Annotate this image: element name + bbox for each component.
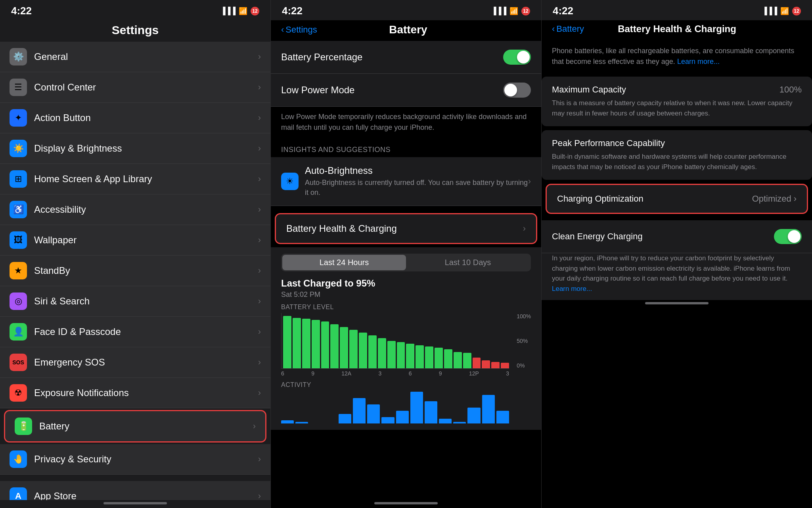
chart-tabs: Last 24 Hours Last 10 Days: [281, 254, 531, 271]
chevron-icon: ›: [258, 266, 261, 276]
chevron-icon: ›: [258, 491, 261, 500]
battery-level-label: BATTERY LEVEL: [281, 304, 531, 311]
max-capacity-value: 100%: [779, 85, 802, 95]
health-intro-text: Phone batteries, like all rechargeable b…: [542, 39, 812, 73]
chevron-charging-opt: ›: [794, 194, 797, 204]
sidebar-item-action-button[interactable]: ✦ Action Button ›: [0, 103, 270, 133]
tab-last-24h[interactable]: Last 24 Hours: [282, 255, 406, 270]
back-button-battery[interactable]: ‹ Battery: [552, 24, 584, 34]
signal-icon-2: ▐▐▐: [491, 7, 506, 15]
display-icon: ☀️: [10, 140, 27, 157]
clean-energy-row[interactable]: Clean Energy Charging: [542, 220, 812, 253]
status-time-2: 4:22: [282, 5, 303, 17]
accessibility-label: Accessibility: [34, 204, 258, 215]
sidebar-item-wallpaper[interactable]: 🖼 Wallpaper ›: [0, 225, 270, 256]
sidebar-item-exposure[interactable]: ☢ Exposure Notifications ›: [0, 378, 270, 408]
chevron-icon: ›: [258, 204, 261, 215]
siri-label: Siri & Search: [34, 296, 258, 307]
battery-health-row[interactable]: Battery Health & Charging ›: [275, 213, 537, 244]
sidebar-item-faceid[interactable]: 👤 Face ID & Passcode ›: [0, 317, 270, 347]
health-screen-title: Battery Health & Charging: [584, 23, 770, 35]
home-bar-line-3: [645, 302, 709, 304]
battery-percentage-label: Battery Percentage: [281, 52, 362, 63]
appstore-icon: A: [10, 487, 27, 500]
max-capacity-label: Maximum Capacity: [552, 85, 626, 95]
battery-health-chevron: ›: [523, 223, 526, 234]
bar-8: [359, 333, 367, 368]
clean-energy-toggle[interactable]: [774, 229, 802, 244]
home-bar-1: [0, 500, 270, 508]
max-capacity-section: Maximum Capacity 100% This is a measure …: [542, 77, 812, 126]
auto-brightness-item[interactable]: ☀ Auto-Brightness Auto-Brightness is cur…: [271, 157, 541, 206]
sidebar-item-control-center[interactable]: ☰ Control Center ›: [0, 72, 270, 103]
battery-settings-list: Battery Percentage Low Power Mode Low Po…: [271, 41, 541, 500]
sidebar-item-accessibility[interactable]: ♿ Accessibility ›: [0, 194, 270, 225]
bar-16: [435, 348, 443, 369]
chevron-icon: ›: [258, 327, 261, 337]
bar-3: [312, 320, 320, 368]
activity-label: ACTIVITY: [281, 381, 531, 389]
sidebar-item-battery[interactable]: 🔋 Battery ›: [4, 410, 266, 443]
emergency-icon: SOS: [10, 354, 27, 371]
status-icons-2: ▐▐▐ 📶 12: [491, 7, 530, 15]
battery-bar-chart: [281, 313, 509, 369]
exposure-label: Exposure Notifications: [34, 387, 258, 398]
chevron-icon: ›: [258, 296, 261, 306]
status-bar-1: 4:22 ▐▐▐ 📶 12: [0, 0, 270, 20]
battery-screen-title: Battery: [317, 23, 499, 36]
settings-list: ⚙️ General › ☰ Control Center › ✦ Action…: [0, 42, 270, 500]
sidebar-item-general[interactable]: ⚙️ General ›: [0, 42, 270, 72]
battery-percentage-toggle[interactable]: [503, 50, 531, 65]
sidebar-item-appstore[interactable]: A App Store ›: [0, 481, 270, 500]
peak-performance-desc: Built-in dynamic software and hardware s…: [552, 152, 802, 172]
privacy-label: Privacy & Security: [34, 454, 258, 465]
wallpaper-icon: 🖼: [10, 231, 27, 249]
settings-group-system: ⚙️ General › ☰ Control Center › ✦ Action…: [0, 42, 270, 408]
auto-brightness-icon: ☀: [281, 173, 299, 190]
notification-badge-2: 12: [521, 7, 530, 15]
tab-last-10d[interactable]: Last 10 Days: [406, 255, 530, 270]
charging-opt-value: Optimized ›: [752, 194, 797, 204]
learn-more-link-clean[interactable]: Learn more...: [552, 285, 592, 292]
screen-title-settings: Settings: [0, 20, 270, 42]
low-power-toggle[interactable]: [503, 83, 531, 98]
charging-optimization-row[interactable]: Charging Optimization Optimized ›: [546, 184, 808, 214]
sidebar-item-siri[interactable]: ◎ Siri & Search ›: [0, 286, 270, 317]
chevron-icon: ›: [258, 113, 261, 123]
low-power-item[interactable]: Low Power Mode: [271, 74, 541, 107]
control-center-icon: ☰: [10, 79, 27, 96]
panel-settings: 4:22 ▐▐▐ 📶 12 Settings ⚙️ General › ☰ Co…: [0, 0, 271, 508]
siri-icon: ◎: [10, 292, 27, 310]
low-power-note: Low Power Mode temporarily reduces backg…: [271, 108, 541, 139]
auto-brightness-desc: Auto-Brightness is currently turned off.…: [305, 178, 528, 198]
standby-label: StandBy: [34, 265, 258, 276]
status-icons-1: ▐▐▐ 📶 12: [220, 7, 259, 15]
sidebar-item-home-screen[interactable]: ⊞ Home Screen & App Library ›: [0, 164, 270, 194]
display-label: Display & Brightness: [34, 143, 258, 154]
insights-section-label: INSIGHTS AND SUGGESTIONS: [271, 139, 541, 157]
bar-19: [463, 353, 471, 368]
home-screen-label: Home Screen & App Library: [34, 173, 258, 185]
sidebar-item-display-brightness[interactable]: ☀️ Display & Brightness ›: [0, 133, 270, 164]
max-capacity-desc: This is a measure of battery capacity re…: [552, 98, 802, 118]
status-time-3: 4:22: [553, 5, 573, 17]
battery-percentage-item[interactable]: Battery Percentage: [271, 41, 541, 74]
insight-content: Auto-Brightness Auto-Brightness is curre…: [305, 165, 528, 198]
appstore-label: App Store: [34, 491, 258, 500]
sidebar-item-privacy[interactable]: 🤚 Privacy & Security ›: [0, 444, 270, 475]
chevron-icon: ›: [258, 82, 261, 92]
learn-more-link-intro[interactable]: Learn more...: [677, 58, 720, 65]
sidebar-item-standby[interactable]: ★ StandBy ›: [0, 256, 270, 286]
notification-badge-3: 12: [792, 7, 801, 15]
battery-health-label: Battery Health & Charging: [286, 223, 397, 234]
back-button-settings[interactable]: ‹ Settings: [281, 25, 317, 35]
home-bar-3: [542, 300, 812, 308]
bar-0: [283, 316, 291, 368]
bar-5: [330, 324, 339, 368]
emergency-label: Emergency SOS: [34, 357, 258, 368]
auto-brightness-chevron: ›: [528, 176, 531, 187]
exposure-icon: ☢: [10, 384, 27, 402]
sidebar-item-emergency[interactable]: SOS Emergency SOS ›: [0, 347, 270, 378]
panel-battery-health: 4:22 ▐▐▐ 📶 12 ‹ Battery Battery Health &…: [542, 0, 812, 508]
battery-chart-section: Last 24 Hours Last 10 Days Last Charged …: [271, 247, 541, 430]
